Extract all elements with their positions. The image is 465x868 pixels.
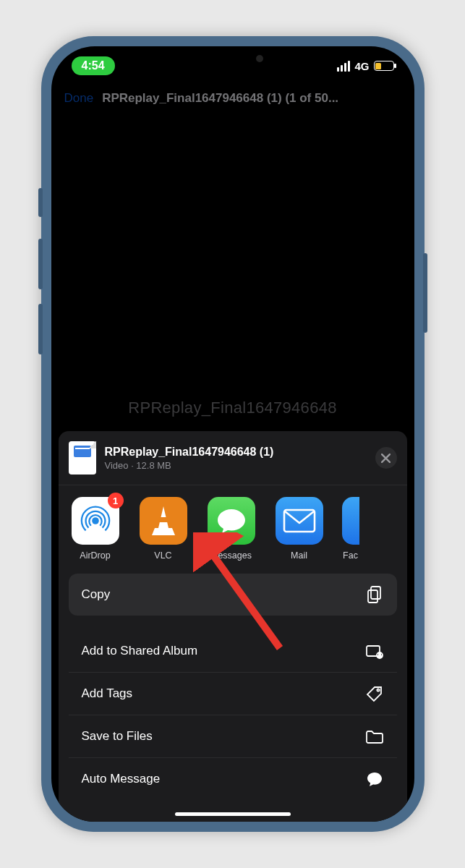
- battery-icon: [374, 61, 394, 71]
- action-list: Add to Shared Album Add Tags Save to Fil…: [69, 630, 397, 800]
- silence-switch: [38, 188, 43, 217]
- nav-header: Done RPReplay_Final1647946648 (1) (1 of …: [51, 85, 414, 116]
- share-app-messages[interactable]: Messages: [205, 497, 258, 561]
- action-label: Save to Files: [82, 729, 153, 744]
- badge: 1: [108, 493, 124, 509]
- notch: [175, 46, 291, 71]
- action-group-copy: Copy: [69, 574, 397, 616]
- share-file-meta: Video · 12.8 MB: [105, 460, 367, 471]
- share-header: RPReplay_Final1647946648 (1) Video · 12.…: [59, 431, 407, 485]
- screen: 4:54 4G Done RPReplay_Final1647946648 (1…: [51, 46, 414, 822]
- action-label: Add Tags: [82, 686, 133, 701]
- share-app-row[interactable]: 1 AirDrop VLC Messages: [59, 485, 407, 574]
- volume-up-button: [38, 239, 43, 289]
- folder-icon: [365, 727, 384, 746]
- background-file-title: RPReplay_Final1647946648: [51, 399, 414, 417]
- action-copy[interactable]: Copy: [69, 574, 397, 616]
- close-icon: [381, 454, 391, 463]
- mail-icon: [276, 497, 323, 545]
- svg-rect-2: [371, 587, 380, 599]
- signal-icon: [337, 61, 350, 72]
- volume-down-button: [38, 304, 43, 354]
- shared-album-icon: [365, 642, 384, 660]
- network-label: 4G: [354, 60, 369, 72]
- share-sheet[interactable]: RPReplay_Final1647946648 (1) Video · 12.…: [59, 431, 407, 822]
- time-pill[interactable]: 4:54: [72, 56, 115, 75]
- app-label: VLC: [154, 550, 171, 561]
- svg-rect-1: [284, 510, 315, 532]
- app-label: AirDrop: [80, 550, 110, 561]
- share-app-airdrop[interactable]: 1 AirDrop: [69, 497, 122, 561]
- facetime-icon: [342, 497, 359, 545]
- airdrop-icon: 1: [72, 497, 119, 545]
- tag-icon: [365, 684, 384, 703]
- copy-icon: [365, 585, 384, 604]
- app-label: Mail: [291, 550, 307, 561]
- action-add-tags[interactable]: Add Tags: [69, 672, 397, 715]
- close-button[interactable]: [375, 447, 397, 469]
- power-button: [423, 253, 427, 333]
- app-label: Fac: [341, 550, 361, 561]
- svg-rect-3: [368, 590, 377, 603]
- action-label: Add to Shared Album: [82, 644, 198, 658]
- action-auto-message[interactable]: Auto Message: [69, 757, 397, 800]
- share-file-name: RPReplay_Final1647946648 (1): [105, 446, 367, 459]
- svg-point-0: [92, 517, 99, 524]
- file-thumb-icon: [69, 441, 96, 475]
- share-app-mail[interactable]: Mail: [273, 497, 326, 561]
- message-icon: [365, 770, 384, 788]
- iphone-frame: 4:54 4G Done RPReplay_Final1647946648 (1…: [41, 36, 425, 832]
- action-label: Auto Message: [82, 772, 161, 786]
- nav-title: RPReplay_Final1647946648 (1) (1 of 50...: [102, 91, 401, 106]
- action-add-shared-album[interactable]: Add to Shared Album: [69, 630, 397, 672]
- app-label: Messages: [210, 550, 252, 561]
- vlc-icon: [140, 497, 187, 545]
- messages-icon: [208, 497, 255, 545]
- action-label: Copy: [82, 587, 111, 602]
- share-app-vlc[interactable]: VLC: [137, 497, 190, 561]
- share-app-facetime[interactable]: Fac: [341, 497, 361, 561]
- svg-point-7: [377, 689, 379, 691]
- done-button[interactable]: Done: [64, 91, 94, 106]
- action-save-to-files[interactable]: Save to Files: [69, 715, 397, 757]
- home-indicator[interactable]: [175, 812, 291, 816]
